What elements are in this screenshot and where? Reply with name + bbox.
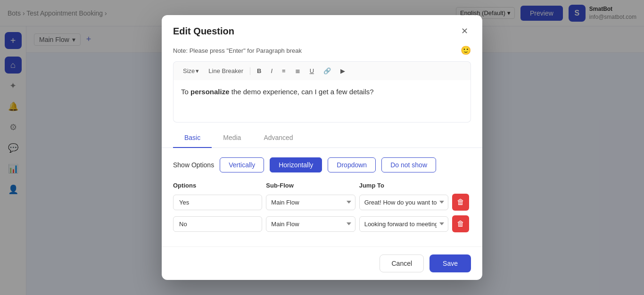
modal-header: Edit Question ✕ [162, 15, 482, 45]
size-label: Size [183, 67, 195, 74]
bold-button[interactable]: B [253, 66, 265, 76]
col-header-options: Options [173, 182, 262, 189]
option-input-row2[interactable] [173, 216, 262, 232]
bullet-icon: ≡ [282, 67, 286, 74]
link-button[interactable]: 🔗 [320, 66, 335, 76]
edit-question-modal: Edit Question ✕ Note: Please press "Ente… [162, 15, 482, 280]
subflow-select-row2[interactable]: Main Flow [266, 216, 355, 232]
modal-note: Note: Please press "Enter" for Paragraph… [162, 45, 482, 61]
modal-title: Edit Question [173, 26, 234, 37]
trash-icon: 🗑 [457, 220, 464, 228]
modal-tabs: Basic Media Advanced [162, 123, 482, 148]
numbered-list-button[interactable]: ≣ [291, 66, 304, 76]
jumpto-select-row1[interactable]: Great! How do you want to us... [359, 195, 448, 210]
link-icon: 🔗 [323, 67, 331, 74]
editor-toolbar: Size ▾ Line Breaker B I ≡ ≣ U 🔗 ▶ [173, 61, 471, 80]
tab-content-basic: Show Options Vertically Horizontally Dro… [162, 148, 482, 246]
underline-button[interactable]: U [306, 66, 318, 76]
option-do-not-show-button[interactable]: Do not show [381, 157, 436, 172]
numbered-icon: ≣ [295, 67, 300, 74]
tab-advanced[interactable]: Advanced [252, 130, 304, 148]
modal-overlay: Edit Question ✕ Note: Please press "Ente… [0, 0, 644, 295]
video-button[interactable]: ▶ [337, 66, 349, 76]
trash-icon: 🗑 [457, 198, 464, 206]
editor-text-plain: To [181, 88, 190, 96]
modal-footer: Cancel Save [162, 246, 482, 280]
col-header-subflow: Sub-Flow [266, 182, 355, 189]
save-button[interactable]: Save [429, 254, 471, 272]
option-vertically-button[interactable]: Vertically [220, 157, 264, 172]
options-table: Options Sub-Flow Jump To Main Flow Great… [173, 182, 471, 232]
video-icon: ▶ [340, 67, 345, 74]
bullet-list-button[interactable]: ≡ [278, 66, 289, 76]
table-header: Options Sub-Flow Jump To [173, 182, 471, 189]
jumpto-select-row2[interactable]: Looking forward to meeting y... [359, 216, 448, 232]
table-row: Main Flow Great! How do you want to us..… [173, 194, 471, 211]
tab-media[interactable]: Media [212, 130, 252, 148]
delete-row1-button[interactable]: 🗑 [452, 194, 469, 211]
line-breaker-button[interactable]: Line Breaker [205, 66, 247, 76]
table-row: Main Flow Looking forward to meeting y..… [173, 215, 471, 232]
toolbar-separator [250, 67, 250, 75]
show-options-row: Show Options Vertically Horizontally Dro… [173, 157, 471, 172]
show-options-label: Show Options [173, 161, 214, 169]
tab-basic[interactable]: Basic [173, 130, 212, 148]
option-dropdown-button[interactable]: Dropdown [328, 157, 376, 172]
col-header-jumpto: Jump To [359, 182, 448, 189]
italic-button[interactable]: I [267, 66, 276, 76]
subflow-select-row1[interactable]: Main Flow [266, 195, 355, 210]
delete-row2-button[interactable]: 🗑 [452, 215, 469, 232]
cancel-button[interactable]: Cancel [380, 254, 424, 272]
option-input-row1[interactable] [173, 195, 262, 210]
modal-close-button[interactable]: ✕ [458, 25, 471, 38]
size-dropdown[interactable]: Size ▾ [179, 66, 203, 76]
emoji-icon: 🙂 [461, 45, 471, 56]
note-text: Note: Please press "Enter" for Paragraph… [173, 47, 302, 54]
question-editor[interactable]: To personalize the demo experience, can … [173, 80, 471, 123]
editor-text-bold: personalize [190, 88, 230, 96]
chevron-down-icon: ▾ [196, 67, 199, 74]
editor-text-rest: the demo experience, can I get a few det… [230, 88, 374, 96]
option-horizontally-button[interactable]: Horizontally [270, 157, 322, 172]
